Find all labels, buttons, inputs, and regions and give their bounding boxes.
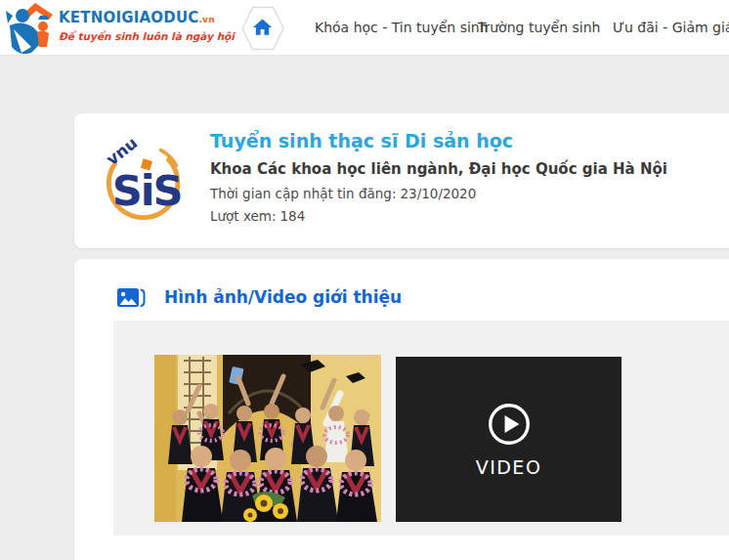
gallery-video-tile[interactable]: VIDEO [396,357,622,522]
sis-logo-arc-text: vnu [103,134,141,169]
site-logo-text: KETNOIGIAODUC.vn Để tuyển sinh luôn là n… [59,9,235,42]
brand-name: KETNOIGIAODUC [59,9,198,26]
video-label: VIDEO [476,456,542,478]
nav-item-deals[interactable]: Ưu đãi - Giảm giá [613,0,729,56]
views-value: 184 [280,208,306,224]
media-section-card: Hình ảnh/Video giới thiệu [74,259,729,560]
article-title[interactable]: Tuyển sinh thạc sĩ Di sản học [210,130,719,151]
brand-suffix: .vn [198,15,214,24]
site-header: KETNOIGIAODUC.vn Để tuyển sinh luôn là n… [0,0,729,56]
nav-item-schools[interactable]: Trường tuyển sinh [478,0,600,56]
brand-tagline: Để tuyển sinh luôn là ngày hội [59,30,235,42]
views-label: Lượt xem: [210,208,277,224]
vnu-sis-logo: vnu SiS [96,133,192,229]
article-organization: Khoa Các khoa học liên ngành, Đại học Qu… [210,160,719,178]
site-logo[interactable]: KETNOIGIAODUC.vn Để tuyển sinh luôn là n… [2,1,236,55]
nav-item-courses-admissions[interactable]: Khóa học - Tin tuyển sinh [315,0,489,56]
media-gallery-strip: VIDEO [113,321,729,536]
image-gallery-icon [116,286,146,310]
article-summary-card: vnu SiS Tuyển sinh thạc sĩ Di sản học Kh… [74,113,729,248]
media-section-title: Hình ảnh/Video giới thiệu [164,287,402,307]
article-updated-line: Thời gian cập nhật tin đăng:23/10/2020 [210,186,719,201]
graduation-photo [154,355,381,522]
home-icon[interactable] [241,6,284,51]
article-text-block: Tuyển sinh thạc sĩ Di sản học Khoa Các k… [210,130,719,224]
gallery-photo-thumbnail[interactable] [154,355,381,522]
article-views-line: Lượt xem:184 [210,208,719,224]
updated-label: Thời gian cập nhật tin đăng: [210,186,396,201]
updated-value: 23/10/2020 [400,186,476,201]
site-logo-icon [2,2,57,56]
sis-logo-main-text: SiS [112,166,182,215]
play-circle-icon [487,402,532,447]
